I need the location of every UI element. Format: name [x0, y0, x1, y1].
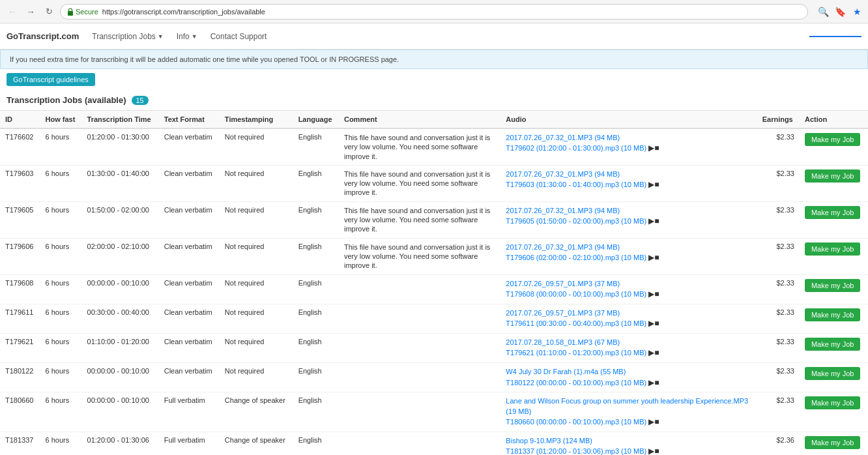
cell-action: Make my Job	[800, 392, 868, 432]
chevron-down-icon: ▼	[192, 33, 197, 40]
cell-time: 02:00:00 - 02:10:00	[82, 238, 159, 274]
col-header-lang: Language	[293, 111, 339, 128]
guidelines-button[interactable]: GoTranscript guidelines	[7, 73, 95, 86]
audio-sub-link[interactable]: T179606 (02:00:00 - 02:10:00).mp3 (10 MB…	[506, 254, 646, 261]
audio-main-link[interactable]: 2017.07.26_07.32_01.MP3 (94 MB)	[506, 243, 620, 251]
audio-sub-link[interactable]: T181337 (01:20:00 - 01:30:06).mp3 (10 MB…	[506, 447, 646, 455]
play-icon[interactable]: ▶■	[648, 348, 659, 357]
cell-action: Make my Job	[800, 201, 868, 238]
audio-sub-link[interactable]: T179603 (01:30:00 - 01:40:00).mp3 (10 MB…	[506, 181, 646, 188]
audio-sub-link[interactable]: T179608 (00:00:00 - 00:10:00).mp3 (10 MB…	[506, 290, 646, 298]
make-job-button[interactable]: Make my Job	[805, 396, 860, 409]
audio-main-link[interactable]: 2017.07.28_10.58_01.MP3 (67 MB)	[506, 338, 620, 346]
make-job-button[interactable]: Make my Job	[805, 242, 860, 256]
search-icon[interactable]: 🔍	[817, 6, 829, 18]
audio-sub-link[interactable]: T180122 (00:00:00 - 00:10:00).mp3 (10 MB…	[506, 379, 646, 387]
table-row: T181337 6 hours 01:20:00 - 01:30:06 Full…	[0, 432, 868, 455]
cell-stamp: Not required	[220, 304, 293, 333]
cell-audio: 2017.07.26_07.32_01.MP3 (94 MB) T179606 …	[500, 238, 757, 274]
secure-label: Secure	[76, 8, 98, 16]
nav-item-info[interactable]: Info ▼	[177, 32, 197, 41]
make-job-button[interactable]: Make my Job	[805, 338, 860, 351]
audio-main-link[interactable]: 2017.07.26_09.57_01.MP3 (37 MB)	[506, 280, 620, 287]
cell-id: T180660	[0, 392, 40, 432]
audio-sub-link[interactable]: T179605 (01:50:00 - 02:00:00).mp3 (10 MB…	[506, 217, 646, 225]
audio-main-link[interactable]: 2017.07.26_07.32_01.MP3 (94 MB)	[506, 170, 620, 178]
cell-earnings: $2.33	[757, 274, 800, 304]
page-title-bar: Transcription Jobs (available) 15	[0, 90, 868, 111]
forward-button[interactable]: →	[23, 5, 38, 19]
cell-id: T179621	[0, 333, 40, 362]
play-icon[interactable]: ▶■	[648, 289, 659, 299]
audio-sub-link[interactable]: T180660 (00:00:00 - 00:10:00).mp3 (10 MB…	[506, 418, 646, 426]
play-icon[interactable]: ▶■	[648, 143, 659, 153]
cell-time: 01:20:00 - 01:30:00	[82, 128, 159, 165]
play-icon[interactable]: ▶■	[648, 180, 659, 189]
cell-action: Make my Job	[800, 274, 868, 304]
job-count-badge: 15	[132, 96, 149, 105]
cell-action: Make my Job	[800, 238, 868, 274]
nav-item-contact-support[interactable]: Contact Support	[210, 32, 267, 41]
make-job-button[interactable]: Make my Job	[805, 308, 860, 321]
audio-sub-link[interactable]: T179611 (00:30:00 - 00:40:00).mp3 (10 MB…	[506, 319, 646, 327]
nav-brand[interactable]: GoTranscript.com	[7, 31, 79, 41]
cell-format: Clean verbatim	[159, 128, 220, 165]
refresh-button[interactable]: ↻	[42, 5, 56, 19]
cell-earnings: $2.33	[757, 392, 800, 432]
audio-main-link[interactable]: 2017.07.26_09.57_01.MP3 (37 MB)	[506, 309, 620, 317]
cell-time: 01:30:00 - 01:40:00	[82, 165, 159, 201]
audio-sub-link[interactable]: T179621 (01:10:00 - 01:20:00).mp3 (10 MB…	[506, 349, 646, 357]
audio-main-link[interactable]: 2017.07.26_07.32_01.MP3 (94 MB)	[506, 207, 620, 214]
cell-comment	[339, 304, 500, 333]
cell-id: T179605	[0, 201, 40, 238]
col-header-how-fast: How fast	[40, 111, 82, 128]
audio-main-link[interactable]: 2017.07.26_07.32_01.MP3 (94 MB)	[506, 134, 620, 141]
make-job-button[interactable]: Make my Job	[805, 133, 860, 146]
cell-how-fast: 6 hours	[40, 363, 82, 392]
cell-comment	[339, 274, 500, 304]
cell-how-fast: 6 hours	[40, 238, 82, 274]
play-icon[interactable]: ▶■	[648, 447, 659, 455]
browser-bar: ← → ↻ Secure https://gotranscript.com/tr…	[0, 0, 868, 23]
audio-sub-link[interactable]: T179602 (01:20:00 - 01:30:00).mp3 (10 MB…	[506, 144, 646, 152]
col-header-audio: Audio	[500, 111, 757, 128]
star-icon[interactable]: ★	[851, 6, 863, 18]
make-job-button[interactable]: Make my Job	[805, 436, 860, 449]
play-icon[interactable]: ▶■	[648, 417, 659, 426]
cell-stamp: Not required	[220, 238, 293, 274]
cell-audio: 2017.07.26_09.57_01.MP3 (37 MB) T179611 …	[500, 304, 757, 333]
url-text: https://gotranscript.com/transcription_j…	[102, 8, 801, 16]
info-banner-text: If you need extra time for transcribing …	[10, 55, 399, 63]
cell-action: Make my Job	[800, 165, 868, 201]
cell-lang: English	[293, 432, 339, 455]
play-icon[interactable]: ▶■	[648, 253, 659, 262]
cell-how-fast: 6 hours	[40, 128, 82, 165]
cell-audio: 2017.07.26_07.32_01.MP3 (94 MB) T179603 …	[500, 165, 757, 201]
audio-main-link[interactable]: W4 July 30 Dr Farah (1).m4a (55 MB)	[506, 368, 626, 375]
make-job-button[interactable]: Make my Job	[805, 206, 860, 219]
make-job-button[interactable]: Make my Job	[805, 367, 860, 380]
cell-action: Make my Job	[800, 432, 868, 455]
col-header-id: ID	[0, 111, 40, 128]
cell-earnings: $2.33	[757, 333, 800, 362]
cell-earnings: $2.36	[757, 432, 800, 455]
back-button[interactable]: ←	[5, 5, 20, 19]
table-row: T176602 6 hours 01:20:00 - 01:30:00 Clea…	[0, 128, 868, 165]
audio-main-link[interactable]: Bishop 9-10.MP3 (124 MB)	[506, 437, 592, 445]
make-job-button[interactable]: Make my Job	[805, 279, 860, 292]
cell-time: 00:00:00 - 00:10:00	[82, 392, 159, 432]
cell-format: Full verbatim	[159, 432, 220, 455]
audio-main-link[interactable]: Lane and Wilson Focus group on summer yo…	[506, 397, 748, 415]
cell-lang: English	[293, 274, 339, 304]
cell-stamp: Change of speaker	[220, 392, 293, 432]
play-icon[interactable]: ▶■	[648, 216, 659, 226]
play-icon[interactable]: ▶■	[648, 319, 659, 328]
play-icon[interactable]: ▶■	[648, 378, 659, 387]
cell-audio: 2017.07.28_10.58_01.MP3 (67 MB) T179621 …	[500, 333, 757, 362]
make-job-button[interactable]: Make my Job	[805, 169, 860, 183]
cell-stamp: Change of speaker	[220, 432, 293, 455]
chevron-down-icon: ▼	[158, 33, 164, 40]
nav-item-transcription-jobs[interactable]: Transcription Jobs ▼	[92, 32, 164, 41]
bookmark-icon[interactable]: 🔖	[834, 6, 846, 18]
address-bar[interactable]: Secure https://gotranscript.com/transcri…	[60, 4, 808, 20]
